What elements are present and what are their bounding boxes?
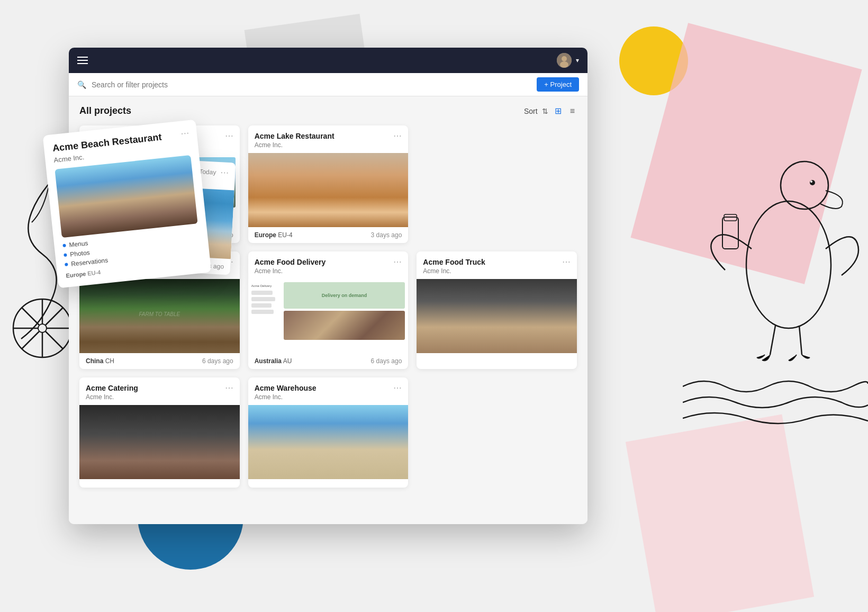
nav-bar: ▾	[69, 48, 587, 73]
list-view-icon[interactable]: ≡	[568, 105, 577, 117]
card-menu-icon[interactable]: ⋯	[225, 132, 233, 140]
card-subtitle: Acme Inc.	[255, 267, 326, 275]
illustration-right	[683, 79, 868, 450]
card-location: China CH	[86, 357, 114, 365]
svg-point-1	[38, 324, 47, 332]
hamburger-menu[interactable]	[77, 57, 88, 64]
svg-point-0	[13, 299, 71, 357]
card-subtitle: Acme Inc.	[423, 267, 485, 275]
floating-card-image	[55, 155, 197, 238]
page-title: All projects	[79, 105, 131, 116]
svg-point-10	[746, 201, 831, 328]
floating-card-beach[interactable]: ⋯ Acme Beach Restaurant Acme Inc. Menus …	[43, 120, 212, 289]
sort-icon[interactable]: ⇅	[542, 107, 548, 115]
card-image	[417, 279, 577, 353]
shape-pink-bottom	[626, 415, 814, 612]
svg-point-13	[810, 181, 812, 183]
card-menu-icon[interactable]: ⋯	[220, 168, 229, 177]
search-icon: 🔍	[77, 80, 86, 89]
card-time: 6 days ago	[202, 357, 233, 365]
svg-point-20	[560, 61, 568, 68]
shape-pink-top	[630, 23, 862, 284]
card-subtitle: Acme Inc.	[255, 393, 317, 401]
card-header: Acme Food Delivery Acme Inc. ⋯	[248, 251, 409, 279]
projects-header: All projects Sort ⇅ ⊞ ≡	[79, 105, 577, 117]
svg-point-19	[562, 56, 567, 61]
project-card-warehouse[interactable]: Acme Warehouse Acme Inc. ⋯	[248, 377, 409, 488]
search-input[interactable]	[92, 80, 531, 89]
svg-line-8	[46, 308, 63, 325]
card-menu-icon[interactable]: ⋯	[393, 258, 402, 266]
card-image	[248, 405, 409, 479]
search-bar: 🔍 + Project	[69, 73, 587, 96]
add-project-button[interactable]: + Project	[537, 77, 579, 92]
card-image: FARM TO TABLE	[79, 279, 240, 353]
avatar[interactable]	[557, 53, 572, 68]
app-window: ▾ 🔍 + Project All projects Sort ⇅ ⊞ ≡	[69, 48, 587, 524]
svg-line-16	[770, 326, 775, 355]
card-header: Acme Warehouse Acme Inc. ⋯	[248, 377, 409, 405]
card-menu-icon[interactable]: ⋯	[562, 258, 571, 266]
card-time: Today	[199, 168, 216, 176]
svg-rect-14	[722, 217, 738, 249]
card-subtitle: Acme Inc.	[86, 393, 138, 401]
card-image: Acme Delivery Delivery on demand	[248, 279, 409, 353]
svg-line-7	[46, 331, 63, 349]
project-card-catering[interactable]: Acme Catering Acme Inc. ⋯	[79, 377, 240, 488]
svg-point-11	[781, 161, 828, 209]
card-footer	[417, 353, 577, 362]
card-header: Acme Lake Restaurant Acme Inc. ⋯	[248, 125, 409, 153]
project-card-lake[interactable]: Acme Lake Restaurant Acme Inc. ⋯ Europe …	[248, 125, 409, 243]
svg-line-17	[799, 326, 802, 355]
card-menu-icon[interactable]: ⋯	[393, 132, 402, 140]
card-title: Acme Warehouse	[255, 384, 317, 392]
card-footer: Australia AU 6 days ago	[248, 353, 409, 369]
card-footer	[79, 479, 240, 488]
card-time: 6 days ago	[371, 357, 402, 365]
card-title: Acme Food Truck	[423, 258, 485, 266]
card-footer: Europe EU-4 3 days ago	[248, 227, 409, 243]
shape-blue	[138, 517, 243, 570]
card-image	[79, 405, 240, 479]
shape-yellow	[619, 26, 688, 95]
grid-view-icon[interactable]: ⊞	[553, 105, 564, 117]
sort-label: Sort	[524, 107, 538, 115]
svg-rect-15	[724, 214, 737, 221]
svg-line-6	[22, 308, 39, 325]
card-title: Acme Food Delivery	[255, 258, 326, 266]
project-card-delivery[interactable]: Acme Food Delivery Acme Inc. ⋯ Acme Deli…	[248, 251, 409, 369]
project-card-foodtruck[interactable]: Acme Food Truck Acme Inc. ⋯	[417, 251, 577, 369]
card-location: Europe EU-4	[255, 231, 293, 239]
card-footer	[248, 479, 409, 488]
card-location: Australia AU	[255, 357, 292, 365]
card-header: Acme Catering Acme Inc. ⋯	[79, 377, 240, 405]
svg-point-12	[810, 180, 815, 185]
svg-line-9	[22, 331, 39, 349]
nav-chevron-icon: ▾	[576, 57, 579, 64]
card-title: Acme Catering	[86, 384, 138, 392]
card-menu-icon[interactable]: ⋯	[393, 384, 402, 392]
card-footer: China CH 6 days ago	[79, 353, 240, 369]
header-actions: Sort ⇅ ⊞ ≡	[524, 105, 577, 117]
card-menu-icon[interactable]: ⋯	[225, 384, 233, 392]
card-header: Acme Food Truck Acme Inc. ⋯	[417, 251, 577, 279]
card-subtitle: Acme Inc.	[255, 141, 334, 149]
card-title: Acme Lake Restaurant	[255, 132, 334, 140]
nav-right: ▾	[557, 53, 579, 68]
card-image	[248, 153, 409, 227]
card-time: 3 days ago	[371, 231, 402, 239]
floating-card-menu-icon[interactable]: ⋯	[180, 128, 190, 139]
